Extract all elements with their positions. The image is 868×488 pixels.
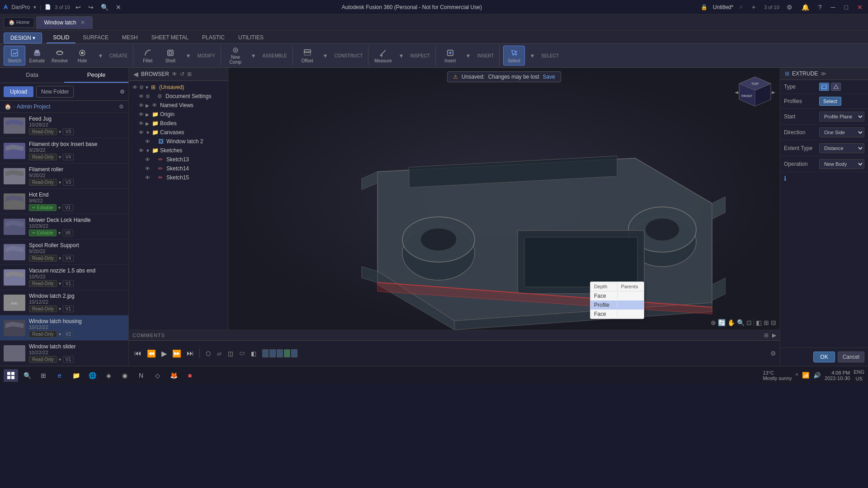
- badge-dropdown-arrow[interactable]: ▾: [59, 281, 61, 286]
- settings-gear-btn[interactable]: ⚙: [785, 2, 794, 13]
- select-btn[interactable]: Select: [503, 46, 525, 66]
- badge-dropdown-arrow[interactable]: ▾: [59, 180, 61, 185]
- new-tab-btn[interactable]: ＋: [749, 1, 759, 13]
- browser-collapse-icon[interactable]: ◀: [133, 70, 138, 78]
- permission-badge[interactable]: Read-Only: [29, 305, 57, 312]
- visibility-toggle-icon[interactable]: 👁: [139, 121, 144, 126]
- taskview-btn[interactable]: ⊞: [36, 369, 51, 382]
- visibility-toggle-icon[interactable]: 👁: [139, 130, 144, 135]
- offset-plane-btn[interactable]: Offset: [297, 46, 318, 66]
- close-file-btn[interactable]: ✕: [114, 2, 123, 13]
- tab-data[interactable]: Data: [0, 68, 64, 83]
- tab-sheet-metal[interactable]: SHEET METAL: [145, 33, 195, 43]
- permission-badge[interactable]: Read-Only: [29, 331, 57, 338]
- badge-dropdown-arrow[interactable]: ▾: [59, 357, 61, 362]
- tab-utilities[interactable]: UTILITIES: [232, 33, 270, 43]
- tl-item-5[interactable]: [291, 349, 297, 357]
- pan-btn[interactable]: ✋: [727, 319, 735, 326]
- volume-btn[interactable]: 🔊: [813, 372, 821, 379]
- app6-btn[interactable]: N: [134, 369, 148, 382]
- item-settings-icon[interactable]: ⚙: [139, 84, 144, 90]
- 3d-viewport[interactable]: ⚠ Unsaved: Changes may be lost Save: [228, 68, 780, 330]
- permission-badge[interactable]: Read-Only: [29, 356, 57, 363]
- zoom-btn[interactable]: 🔍: [737, 319, 745, 326]
- maximize-btn[interactable]: □: [843, 2, 850, 13]
- cancel-btn[interactable]: Cancel: [838, 352, 864, 362]
- tl-step-forward-btn[interactable]: ⏩: [170, 348, 183, 359]
- help-btn[interactable]: ?: [816, 2, 824, 13]
- tree-expand-arrow[interactable]: ▶: [146, 103, 151, 108]
- visibility-toggle-icon[interactable]: 👁: [145, 166, 150, 171]
- extrude-collapse-icon[interactable]: ≫: [821, 70, 826, 77]
- badge-dropdown-arrow[interactable]: ▾: [59, 256, 61, 261]
- file-item[interactable]: Feed Jug10/28/22Read-Only▾V3: [0, 113, 128, 138]
- item-settings-icon[interactable]: ⚙: [146, 94, 150, 99]
- tab-solid[interactable]: SOLID: [47, 33, 75, 43]
- type-solid-icon[interactable]: [819, 83, 829, 91]
- file-item[interactable]: Filament roller9/20/22Read-Only▾V3: [0, 164, 128, 189]
- hole-btn[interactable]: Hole: [71, 46, 93, 66]
- upload-btn[interactable]: Upload: [4, 86, 33, 97]
- inspect-more-btn[interactable]: ▾: [395, 46, 407, 66]
- permission-badge[interactable]: Read-Only: [29, 128, 57, 135]
- comments-toggle-icon[interactable]: ⊞: [764, 332, 769, 338]
- tree-item[interactable]: 👁▼📁Sketches: [129, 146, 228, 155]
- tl-item-4[interactable]: [284, 349, 290, 357]
- window-close-btn[interactable]: ✕: [855, 2, 864, 13]
- edge-btn[interactable]: e: [52, 369, 67, 382]
- tl-settings-icon[interactable]: ⚙: [770, 350, 776, 357]
- notifications-btn[interactable]: 🔔: [800, 2, 811, 13]
- badge-dropdown-arrow[interactable]: ▾: [59, 155, 61, 160]
- nav-cube[interactable]: TOP FRONT: [735, 72, 775, 113]
- tree-item[interactable]: 👁⚙⚙Document Settings: [129, 92, 228, 101]
- file-item[interactable]: Vacuum nozzle 1.5 abs end10/5/22Read-Onl…: [0, 265, 128, 290]
- badge-dropdown-arrow[interactable]: ▾: [59, 129, 61, 134]
- insert-more-btn[interactable]: ▾: [462, 46, 475, 66]
- file-item[interactable]: Window latch slider10/22/22Read-Only▾V1: [0, 341, 128, 366]
- tl-item-3[interactable]: [277, 349, 283, 357]
- breadcrumb-home-icon[interactable]: 🏠: [5, 103, 11, 110]
- permission-badge[interactable]: ✏ Editable: [29, 204, 57, 211]
- extrude-btn[interactable]: Extrude: [26, 46, 48, 66]
- tl-item-2[interactable]: [269, 349, 276, 357]
- type-surface-icon[interactable]: [831, 83, 841, 91]
- permission-badge[interactable]: Read-Only: [29, 179, 57, 186]
- browser-expand-icon[interactable]: ⊞: [187, 71, 192, 77]
- visual-style-btn[interactable]: ◧: [756, 319, 762, 326]
- start-select[interactable]: Profile Plane Offset Object: [819, 112, 864, 122]
- ok-btn[interactable]: OK: [813, 352, 835, 362]
- tree-item[interactable]: 👁✏Sketch15: [129, 173, 228, 182]
- app7-btn[interactable]: ◇: [150, 369, 165, 382]
- tl-marker-btn[interactable]: ⬡: [203, 349, 213, 358]
- modify-more-btn[interactable]: ▾: [182, 46, 195, 66]
- tooltip-row-face1[interactable]: Face: [590, 291, 644, 300]
- explorer-btn[interactable]: 📁: [69, 369, 83, 382]
- app9-btn[interactable]: ■: [183, 369, 197, 382]
- layout-btn[interactable]: ⊟: [771, 319, 776, 326]
- app8-btn[interactable]: 🦊: [166, 369, 181, 382]
- file-item[interactable]: Spool Roller Support9/20/22Read-Only▾V4: [0, 239, 128, 265]
- file-item[interactable]: Hot End9/6/22✏ Editable▾V1: [0, 189, 128, 214]
- tree-item[interactable]: 👁▶📁Origin: [129, 110, 228, 119]
- visibility-toggle-icon[interactable]: 👁: [145, 157, 150, 162]
- tl-animation-btn[interactable]: ◫: [226, 349, 236, 358]
- info-icon[interactable]: ℹ: [784, 175, 786, 182]
- visibility-toggle-icon[interactable]: 👁: [145, 139, 150, 144]
- grid-btn[interactable]: ⊞: [764, 319, 769, 326]
- breadcrumb-project[interactable]: Admin Project: [17, 103, 51, 110]
- tree-expand-arrow[interactable]: ▼: [145, 85, 150, 90]
- tab-home[interactable]: 🏠 Home: [4, 17, 34, 28]
- tab-people[interactable]: People: [64, 68, 128, 83]
- tree-expand-arrow[interactable]: ▼: [146, 148, 151, 153]
- tl-skip-start-btn[interactable]: ⏮: [132, 348, 143, 358]
- badge-dropdown-arrow[interactable]: ▾: [58, 205, 61, 210]
- viewport-nav[interactable]: TOP FRONT: [735, 72, 775, 113]
- snap-btn[interactable]: ⊕: [711, 319, 716, 326]
- tree-item[interactable]: 👁▶👁Named Views: [129, 101, 228, 110]
- fit-btn[interactable]: ⊡: [746, 319, 752, 326]
- tl-frame-btn[interactable]: ▱: [215, 349, 224, 358]
- tree-item[interactable]: 👁✏Sketch14: [129, 164, 228, 173]
- datetime[interactable]: 4:08 PM 2022-10-30: [825, 370, 850, 381]
- tl-skip-end-btn[interactable]: ⏭: [185, 348, 196, 358]
- save-btn[interactable]: Save: [543, 74, 555, 80]
